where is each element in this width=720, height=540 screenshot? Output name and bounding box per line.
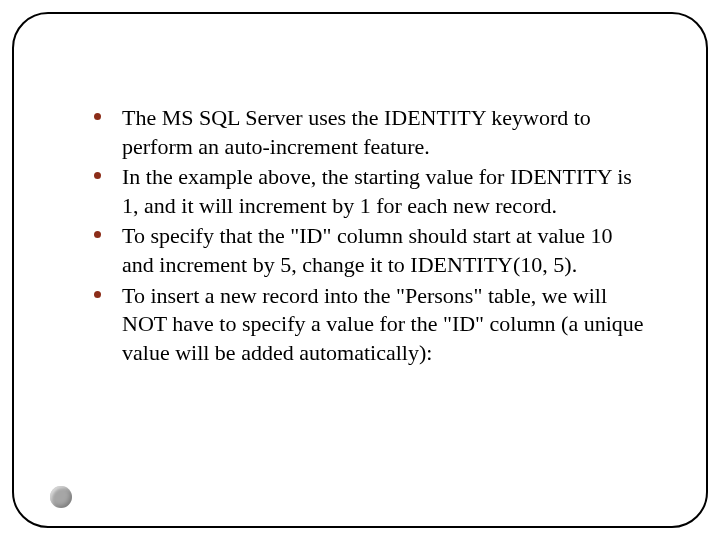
list-item: In the example above, the starting value…	[94, 163, 646, 220]
bullet-text: To specify that the "ID" column should s…	[122, 223, 613, 277]
bullet-text: In the example above, the starting value…	[122, 164, 632, 218]
page-number-badge	[50, 486, 72, 508]
bullet-icon	[94, 231, 101, 238]
bullet-text: To insert a new record into the "Persons…	[122, 283, 644, 365]
bullet-list: The MS SQL Server uses the IDENTITY keyw…	[94, 104, 646, 367]
bullet-icon	[94, 172, 101, 179]
bullet-icon	[94, 291, 101, 298]
bullet-text: The MS SQL Server uses the IDENTITY keyw…	[122, 105, 591, 159]
list-item: To insert a new record into the "Persons…	[94, 282, 646, 368]
slide-frame: The MS SQL Server uses the IDENTITY keyw…	[12, 12, 708, 528]
list-item: The MS SQL Server uses the IDENTITY keyw…	[94, 104, 646, 161]
list-item: To specify that the "ID" column should s…	[94, 222, 646, 279]
bullet-icon	[94, 113, 101, 120]
